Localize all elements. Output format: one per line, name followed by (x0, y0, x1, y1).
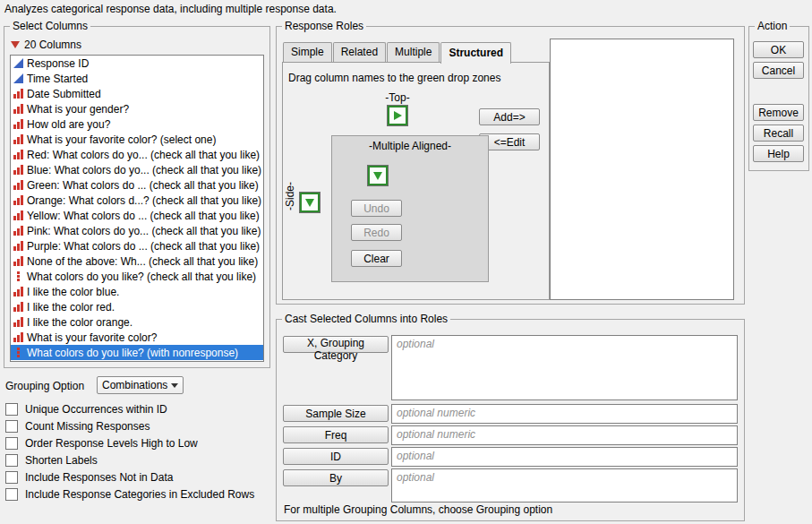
column-list-item[interactable]: Orange: What colors d...? (check all tha… (11, 193, 263, 208)
cast-footer: For multiple Grouping Columns, choose Gr… (284, 503, 552, 516)
tab-structured[interactable]: Structured (440, 42, 511, 64)
chevron-down-icon (171, 383, 178, 388)
redo-button[interactable]: Redo (351, 224, 402, 241)
nominal-column-icon (13, 134, 23, 144)
column-label: Orange: What colors d...? (check all tha… (27, 194, 261, 207)
column-label: Blue: What colors do yo... (check all th… (27, 164, 261, 176)
tab-simple[interactable]: Simple (283, 42, 332, 62)
column-list-item[interactable]: Time Started (11, 71, 263, 86)
nominal-column-icon (13, 104, 23, 114)
nominal-column-icon (13, 241, 23, 251)
tab-related[interactable]: Related (333, 42, 386, 62)
column-list-item[interactable]: I like the color red. (11, 299, 263, 314)
continuous-column-icon (13, 58, 23, 68)
tab-multiple[interactable]: Multiple (387, 42, 440, 62)
description: Analyzes categorical response data, incl… (4, 3, 337, 15)
checkbox-label: Include Response Categories in Excluded … (25, 488, 254, 501)
side-drop-zone[interactable] (300, 193, 320, 212)
undo-button[interactable]: Undo (351, 200, 402, 217)
grouping-option-label: Grouping Option (5, 380, 84, 392)
column-label: I like the color blue. (27, 286, 119, 298)
column-list-item[interactable]: None of the above: Wh... (check all that… (11, 253, 263, 269)
response-roles-group: Response Roles SimpleRelatedMultipleStru… (276, 26, 745, 305)
cast-group: Cast Selected Columns into Roles X, Grou… (276, 319, 745, 521)
checkbox-row-include-response-categories-in-excluded-rows[interactable]: Include Response Categories in Excluded … (5, 485, 254, 503)
cancel-button[interactable]: Cancel (753, 62, 804, 79)
column-label: I like the color orange. (27, 316, 132, 329)
column-list-item[interactable]: Red: What colors do yo... (check all tha… (11, 147, 263, 162)
checkbox-row-shorten-labels[interactable]: Shorten Labels (5, 451, 254, 468)
cast-row-id: IDoptional (283, 447, 738, 467)
column-label: Pink: What colors do yo... (check all th… (27, 225, 261, 237)
remove-button[interactable]: Remove (753, 104, 804, 121)
checkbox-label: Shorten Labels (25, 454, 98, 467)
column-list-item[interactable]: I like the color blue. (11, 284, 263, 299)
action-primary: OKCancel (753, 41, 804, 79)
nominal-column-icon (13, 317, 23, 327)
checkbox-row-count-missing-responses[interactable]: Count Missing Responses (5, 417, 254, 434)
ok-button[interactable]: OK (753, 41, 804, 58)
column-label: How old are you? (27, 118, 110, 131)
columns-menu-button[interactable]: 20 Columns (11, 39, 81, 51)
column-list-item[interactable]: Purple: What colors do ... (check all th… (11, 238, 263, 253)
checkbox-row-include-responses-not-in-data[interactable]: Include Responses Not in Data (5, 468, 254, 485)
column-list-item[interactable]: Yellow: What colors do ... (check all th… (11, 208, 263, 223)
column-label: None of the above: Wh... (check all that… (27, 255, 258, 268)
id-role-box[interactable]: optional (391, 447, 738, 467)
x-grouping-category-role-box[interactable]: optional (391, 335, 738, 400)
column-list[interactable]: Response IDTime StartedDate SubmittedWha… (10, 55, 264, 362)
red-triangle-icon (11, 41, 20, 48)
freq-role-box[interactable]: optional numeric (391, 425, 738, 445)
column-list-item[interactable]: Pink: What colors do yo... (check all th… (11, 223, 263, 238)
by-role-box[interactable]: optional (391, 468, 738, 503)
column-list-item[interactable]: Response ID (11, 56, 263, 71)
checkbox-label: Order Response Levels High to Low (25, 437, 198, 450)
help-button[interactable]: Help (753, 145, 804, 162)
drop-arrow-down-icon (305, 199, 314, 207)
recall-button[interactable]: Recall (753, 125, 804, 142)
nominal-column-icon (13, 165, 23, 175)
response-roles-list[interactable] (550, 39, 734, 300)
structured-tab-panel: Drag column names to the green drop zone… (282, 62, 550, 300)
checkbox[interactable] (5, 488, 18, 501)
nominal-column-icon (13, 302, 23, 312)
clear-button[interactable]: Clear (351, 250, 402, 267)
checkbox-row-unique-occurrences-within-id[interactable]: Unique Occurrences within ID (5, 400, 254, 417)
cast-row-sample-size: Sample Sizeoptional numeric (283, 404, 738, 424)
multiple-aligned-box: -Multiple Aligned- Undo Redo Clear (331, 135, 489, 282)
freq-role-button[interactable]: Freq (283, 426, 389, 443)
checkbox[interactable] (5, 471, 18, 484)
select-columns-group: Select Columns 20 Columns Response IDTim… (4, 26, 270, 368)
column-list-item[interactable]: How old are you? (11, 116, 263, 132)
column-list-item[interactable]: What is your favorite color? (select one… (11, 132, 263, 147)
top-drop-zone[interactable] (388, 106, 407, 125)
column-list-item[interactable]: Green: What colors do ... (check all tha… (11, 177, 263, 193)
sample-size-role-box[interactable]: optional numeric (391, 404, 738, 424)
id-role-button[interactable]: ID (283, 448, 389, 465)
grouping-combo[interactable]: Combinations (97, 376, 184, 394)
select-columns-title: Select Columns (10, 20, 90, 32)
action-group: Action OKCancel RemoveRecallHelp (748, 26, 809, 171)
column-list-item[interactable]: What colors do you like? (check all that… (11, 269, 263, 284)
column-list-item[interactable]: Blue: What colors do yo... (check all th… (11, 162, 263, 177)
column-list-item[interactable]: Date Submitted (11, 86, 263, 101)
checkbox[interactable] (5, 437, 18, 450)
by-role-button[interactable]: By (283, 469, 389, 486)
grouping-combo-value: Combinations (102, 379, 167, 391)
x-grouping-category-role-button[interactable]: X, Grouping Category (283, 336, 389, 353)
multiple-aligned-drop-zone[interactable] (368, 166, 388, 185)
column-list-item[interactable]: What is your gender? (11, 101, 263, 116)
checkbox[interactable] (5, 454, 18, 467)
cast-title: Cast Selected Columns into Roles (282, 313, 450, 325)
multiple-response-column-icon (13, 271, 23, 281)
checkbox-row-order-response-levels-high-to-low[interactable]: Order Response Levels High to Low (5, 434, 254, 451)
column-list-item[interactable]: What colors do you like? (with nonrespon… (11, 345, 263, 360)
column-list-item[interactable]: I like the color orange. (11, 314, 263, 330)
column-label: Date Submitted (27, 88, 101, 100)
checkbox[interactable] (5, 420, 18, 433)
sample-size-role-button[interactable]: Sample Size (283, 405, 389, 422)
add-button[interactable]: Add=> (479, 108, 540, 125)
nominal-column-icon (13, 195, 23, 205)
checkbox[interactable] (5, 403, 18, 416)
column-list-item[interactable]: What is your favorite color? (11, 330, 263, 345)
